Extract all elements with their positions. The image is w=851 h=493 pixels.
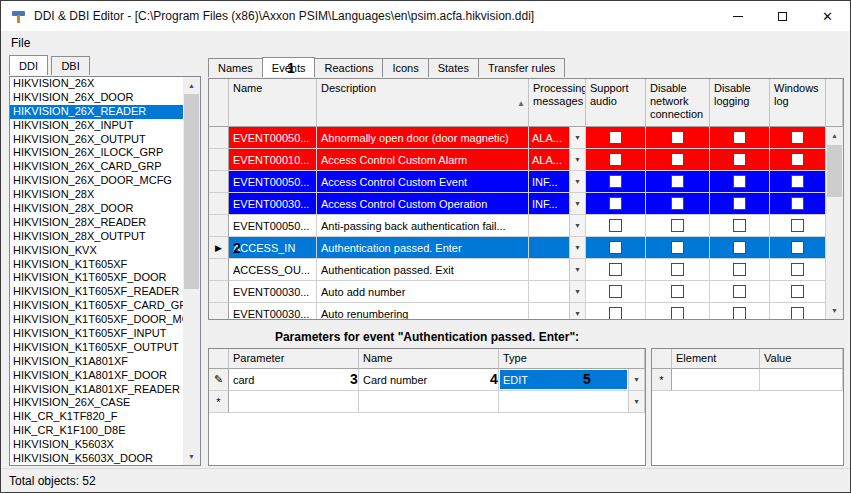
processing-combo[interactable]: INF...▾: [529, 171, 586, 193]
dropdown-icon[interactable]: ▾: [569, 171, 585, 192]
checkbox-unchecked-icon[interactable]: [791, 285, 804, 298]
checkbox-unchecked-icon[interactable]: [791, 153, 804, 166]
events-scrollbar[interactable]: ▲ ▼: [826, 127, 843, 319]
list-item[interactable]: HIKVISION_K1T605XF_INPUT: [10, 327, 183, 341]
tab-names[interactable]: Names: [208, 58, 263, 77]
list-item[interactable]: HIKVISION_K5603X: [10, 438, 183, 452]
event-description[interactable]: Authentication passed. Enter: [317, 237, 529, 259]
checkbox-unchecked-icon[interactable]: [671, 131, 684, 144]
event-name[interactable]: EVENT00030...: [229, 281, 317, 303]
event-description[interactable]: Access Control Custom Alarm: [317, 149, 529, 171]
list-item[interactable]: HIKVISION_K1A801XF: [10, 355, 183, 369]
checkbox-cell[interactable]: [646, 193, 710, 215]
checkbox-cell[interactable]: [586, 259, 646, 281]
event-description[interactable]: Authentication passed. Exit: [317, 259, 529, 281]
checkbox-cell[interactable]: [646, 259, 710, 281]
event-row[interactable]: EVENT00030...Access Control Custom Opera…: [209, 193, 826, 215]
param-new-row[interactable]: * ▾: [209, 391, 645, 413]
checkbox-cell[interactable]: [770, 127, 826, 149]
checkbox-cell[interactable]: [770, 259, 826, 281]
event-description[interactable]: Access Control Custom Event: [317, 171, 529, 193]
list-item[interactable]: HIKVISION_26X_OUTPUT: [10, 133, 183, 147]
checkbox-unchecked-icon[interactable]: [671, 307, 684, 319]
checkbox-unchecked-icon[interactable]: [671, 197, 684, 210]
checkbox-cell[interactable]: [770, 281, 826, 303]
checkbox-unchecked-icon[interactable]: [609, 263, 622, 276]
dropdown-icon[interactable]: ▾: [569, 215, 585, 236]
event-description[interactable]: Access Control Custom Operation: [317, 193, 529, 215]
col-header-value[interactable]: Value: [760, 349, 843, 369]
checkbox-unchecked-icon[interactable]: [671, 219, 684, 232]
list-item[interactable]: HIK_CR_K1F100_D8E: [10, 424, 183, 438]
checkbox-unchecked-icon[interactable]: [791, 307, 804, 319]
event-name[interactable]: EVENT00050...: [229, 127, 317, 149]
event-row[interactable]: EVENT00030...Auto renumbering▾: [209, 303, 826, 319]
checkbox-unchecked-icon[interactable]: [791, 219, 804, 232]
checkbox-cell[interactable]: [770, 149, 826, 171]
checkbox-cell[interactable]: [770, 237, 826, 259]
checkbox-cell[interactable]: [586, 281, 646, 303]
checkbox-unchecked-icon[interactable]: [609, 175, 622, 188]
checkbox-cell[interactable]: [646, 171, 710, 193]
list-item[interactable]: HIKVISION_K1T605XF_OUTPUT: [10, 341, 183, 355]
event-description[interactable]: Auto add number: [317, 281, 529, 303]
param-name-cell[interactable]: Card number: [359, 369, 499, 391]
list-item[interactable]: HIKVISION_26X_DOOR_MCFG: [10, 174, 183, 188]
checkbox-cell[interactable]: [646, 215, 710, 237]
event-row[interactable]: EVENT00050...Anti-passing back authentic…: [209, 215, 826, 237]
list-item[interactable]: HIKVISION_26X_INPUT: [10, 119, 183, 133]
param-type-combo[interactable]: ▾: [499, 391, 645, 413]
checkbox-cell[interactable]: [770, 171, 826, 193]
checkbox-cell[interactable]: [770, 193, 826, 215]
checkbox-unchecked-icon[interactable]: [791, 197, 804, 210]
events-scrollbar-thumb[interactable]: [827, 145, 842, 197]
checkbox-cell[interactable]: [586, 171, 646, 193]
list-item[interactable]: HIKVISION_26X_CASE: [10, 396, 183, 410]
tab-ddi[interactable]: DDI: [9, 55, 48, 75]
dropdown-icon[interactable]: ▾: [628, 369, 644, 390]
scroll-down-icon[interactable]: ▼: [826, 302, 843, 319]
checkbox-cell[interactable]: [586, 303, 646, 319]
col-header-parameter[interactable]: Parameter: [229, 349, 359, 369]
tab-states[interactable]: States: [428, 58, 479, 77]
dropdown-icon[interactable]: ▾: [569, 281, 585, 302]
maximize-button[interactable]: [760, 1, 805, 31]
event-description[interactable]: Anti-passing back authentication fail...: [317, 215, 529, 237]
checkbox-cell[interactable]: [646, 303, 710, 319]
checkbox-unchecked-icon[interactable]: [671, 175, 684, 188]
list-item[interactable]: HIKVISION_K1T605XF_DOOR_MC: [10, 313, 183, 327]
checkbox-cell[interactable]: [710, 193, 770, 215]
checkbox-cell[interactable]: [586, 149, 646, 171]
processing-combo[interactable]: ▾: [529, 237, 586, 259]
list-item[interactable]: HIK_CR_K1TF820_F: [10, 410, 183, 424]
list-item[interactable]: HIKVISION_26X: [10, 77, 183, 91]
list-item[interactable]: HIKVISION_K1A801XF_DOOR: [10, 369, 183, 383]
checkbox-unchecked-icon[interactable]: [791, 241, 804, 254]
col-header-type[interactable]: Type: [499, 349, 645, 369]
checkbox-unchecked-icon[interactable]: [609, 197, 622, 210]
element-new-row[interactable]: *: [652, 369, 843, 391]
checkbox-unchecked-icon[interactable]: [791, 175, 804, 188]
checkbox-unchecked-icon[interactable]: [733, 197, 746, 210]
tab-reactions[interactable]: Reactions: [314, 58, 383, 77]
checkbox-unchecked-icon[interactable]: [733, 263, 746, 276]
checkbox-cell[interactable]: [710, 259, 770, 281]
checkbox-cell[interactable]: [646, 127, 710, 149]
checkbox-unchecked-icon[interactable]: [609, 153, 622, 166]
checkbox-unchecked-icon[interactable]: [733, 285, 746, 298]
checkbox-unchecked-icon[interactable]: [609, 219, 622, 232]
checkbox-unchecked-icon[interactable]: [733, 241, 746, 254]
checkbox-cell[interactable]: [586, 215, 646, 237]
checkbox-unchecked-icon[interactable]: [671, 263, 684, 276]
col-header-processing-messages[interactable]: Processing messages: [529, 79, 586, 127]
event-row[interactable]: EVENT00030...Auto add number▾: [209, 281, 826, 303]
col-header-description[interactable]: Description ▲: [317, 79, 529, 127]
event-name[interactable]: EVENT00050...: [229, 171, 317, 193]
checkbox-cell[interactable]: [770, 303, 826, 319]
param-row[interactable]: ✎ card Card number EDIT ▾: [209, 369, 645, 391]
dropdown-icon[interactable]: ▾: [569, 237, 585, 258]
col-header-param-name[interactable]: Name: [359, 349, 499, 369]
checkbox-unchecked-icon[interactable]: [733, 153, 746, 166]
param-name-cell[interactable]: [359, 391, 499, 413]
checkbox-unchecked-icon[interactable]: [733, 219, 746, 232]
